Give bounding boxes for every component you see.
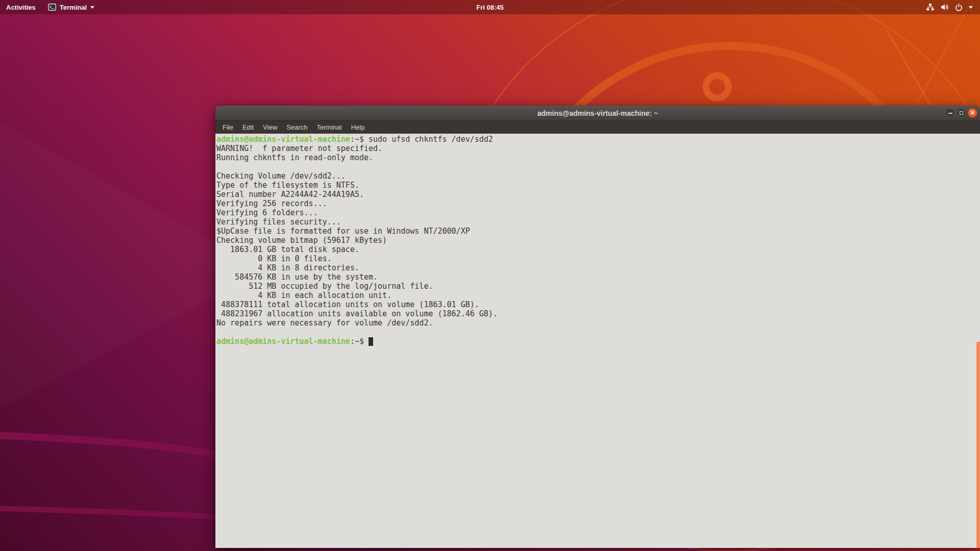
chevron-down-icon <box>90 6 94 9</box>
power-icon <box>954 3 963 11</box>
window-title: admins@admins-virtual-machine: ~ <box>537 109 658 117</box>
output-line: Running chkntfs in read-only mode. <box>216 153 980 162</box>
menu-item-search[interactable]: Search <box>282 121 312 134</box>
terminal-app-icon <box>48 4 56 11</box>
prompt-user-host: admins@admins-virtual-machine <box>216 135 350 144</box>
window-titlebar[interactable]: admins@admins-virtual-machine: ~ ✕ <box>215 106 980 121</box>
top-bar: Activities Terminal Fri 08:45 <box>0 0 980 14</box>
volume-icon <box>940 3 949 11</box>
output-line: Checking Volume /dev/sdd2... <box>216 171 980 181</box>
output-line: 488378111 total allocation units on volu… <box>216 300 980 309</box>
close-button[interactable]: ✕ <box>968 108 977 118</box>
menu-item-help[interactable]: Help <box>347 121 370 134</box>
output-line: Verifying files security... <box>216 217 980 227</box>
clock-label: Fri 08:45 <box>476 4 503 11</box>
output-line: 512 MB occupied by the log/journal file. <box>216 282 980 291</box>
command-text: sudo ufsd chkntfs /dev/sdd2 <box>369 135 493 144</box>
output-line: Verifying 6 folders... <box>216 208 980 217</box>
terminal-cursor <box>369 337 373 346</box>
maximize-icon <box>960 111 963 115</box>
output-line: 488231967 allocation units available on … <box>216 309 980 318</box>
terminal-menubar: File Edit View Search Terminal Help <box>215 121 980 134</box>
menu-item-file[interactable]: File <box>218 121 238 134</box>
command-line: admins@admins-virtual-machine:~$ sudo uf… <box>216 135 980 144</box>
output-line: Type of the filesystem is NTFS. <box>216 181 980 190</box>
output-line: Checking volume bitmap (59617 kBytes) <box>216 236 980 245</box>
output-line: 4 KB in 8 directories. <box>216 263 980 272</box>
activities-label: Activities <box>6 4 36 11</box>
close-icon: ✕ <box>970 110 975 116</box>
system-status-area[interactable] <box>919 0 980 14</box>
menu-item-terminal[interactable]: Terminal <box>312 121 347 134</box>
terminal-scrollbar[interactable] <box>976 342 980 548</box>
network-icon <box>926 3 935 11</box>
menu-item-view[interactable]: View <box>258 121 282 134</box>
output-line: No repairs were necessary for volume /de… <box>216 318 980 328</box>
output-line: 1863.01 GB total disk space. <box>216 245 980 254</box>
output-line <box>216 162 980 171</box>
prompt-suffix: :~$ <box>350 135 369 144</box>
output-line: 0 KB in 0 files. <box>216 254 980 263</box>
terminal-content[interactable]: admins@admins-virtual-machine:~$ sudo uf… <box>215 134 980 548</box>
prompt-line: admins@admins-virtual-machine:~$ <box>216 337 980 346</box>
output-line <box>216 328 980 337</box>
maximize-button[interactable] <box>957 108 966 118</box>
output-line: Serial number A2244A42-244A19A5. <box>216 190 980 199</box>
minimize-button[interactable] <box>945 108 955 118</box>
output-line: 4 KB in each allocation unit. <box>216 291 980 300</box>
prompt-user-host: admins@admins-virtual-machine <box>216 337 350 346</box>
output-line: Verifying 256 records... <box>216 199 980 208</box>
prompt-suffix: :~$ <box>350 337 369 346</box>
menu-item-edit[interactable]: Edit <box>238 121 258 134</box>
output-line: $UpCase file is formatted for use in Win… <box>216 227 980 236</box>
chevron-down-icon <box>969 6 973 9</box>
minimize-icon <box>948 113 952 114</box>
clock[interactable]: Fri 08:45 <box>471 0 508 14</box>
activities-button[interactable]: Activities <box>0 0 42 14</box>
app-menu-terminal[interactable]: Terminal <box>42 0 101 14</box>
terminal-window: admins@admins-virtual-machine: ~ ✕ File … <box>215 106 980 548</box>
output-line: 584576 KB in use by the system. <box>216 272 980 282</box>
output-line: WARNING! f parameter not specified. <box>216 144 980 153</box>
app-menu-label: Terminal <box>60 4 87 11</box>
